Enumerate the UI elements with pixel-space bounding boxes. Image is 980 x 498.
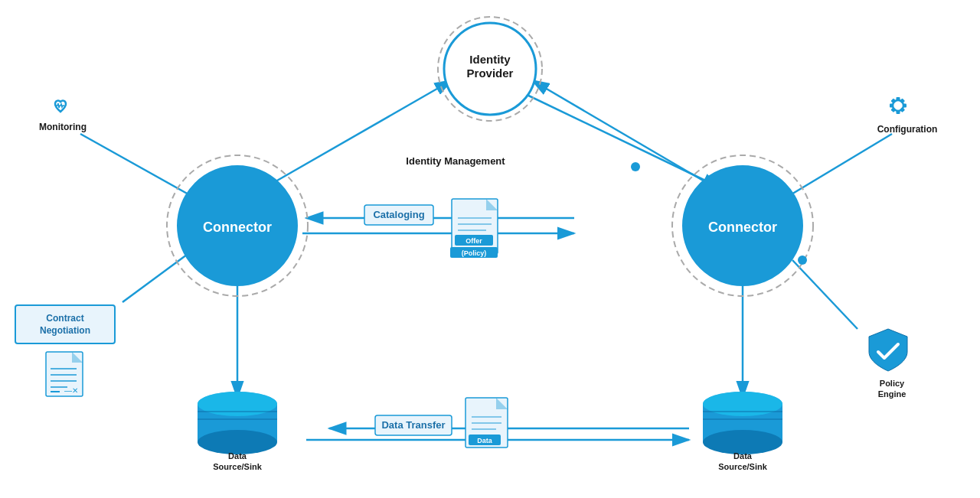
svg-line-5 <box>521 92 720 187</box>
svg-line-15 <box>792 260 858 329</box>
svg-rect-51 <box>897 110 900 114</box>
left-datasource-label2: Source/Sink <box>213 462 262 471</box>
svg-point-67 <box>798 256 807 265</box>
svg-text:—✕: —✕ <box>64 386 78 395</box>
svg-point-68 <box>631 162 640 171</box>
data-badge: Data <box>477 437 493 444</box>
svg-rect-58 <box>15 305 115 343</box>
right-connector-label: Connector <box>708 220 777 235</box>
svg-rect-57 <box>900 98 905 103</box>
monitoring-text: Monitoring <box>39 122 87 132</box>
svg-line-13 <box>122 252 190 302</box>
svg-rect-54 <box>890 98 896 103</box>
data-transfer-label: Data Transfer <box>381 419 445 431</box>
identity-provider-label2: Provider <box>467 67 514 80</box>
svg-rect-50 <box>897 97 900 101</box>
identity-management-label: Identity Management <box>406 155 505 167</box>
left-datasource-label: Data <box>228 451 247 461</box>
svg-rect-56 <box>890 107 896 112</box>
contract-negotiation-label: Contract <box>46 313 83 324</box>
cataloging-label: Cataloging <box>373 209 424 220</box>
configuration-icon <box>890 97 906 114</box>
configuration-text: Configuration <box>877 124 938 135</box>
right-datasource-label2: Source/Sink <box>718 462 767 471</box>
svg-line-14 <box>790 134 892 195</box>
monitoring-icon <box>55 101 66 112</box>
svg-rect-52 <box>890 104 893 108</box>
svg-rect-53 <box>903 104 906 108</box>
offer-badge: Offer <box>466 237 482 245</box>
svg-point-31 <box>703 392 782 416</box>
svg-line-4 <box>532 80 708 184</box>
policy-engine-label: Policy <box>880 379 905 388</box>
policy-badge: (Policy) <box>462 249 487 257</box>
svg-rect-55 <box>900 107 905 112</box>
svg-line-12 <box>80 134 190 195</box>
identity-provider-label: Identity <box>469 53 511 66</box>
architecture-diagram: Identity Provider Connector Connector Da… <box>0 0 980 498</box>
policy-engine-label2: Engine <box>878 389 906 399</box>
svg-line-3 <box>272 80 452 184</box>
svg-point-25 <box>198 392 277 416</box>
policy-engine-icon <box>869 329 907 371</box>
right-datasource-label: Data <box>733 451 753 461</box>
contract-negotiation-label2: Negotiation <box>40 325 90 336</box>
left-connector-label: Connector <box>203 220 272 235</box>
contract-doc-icon: —✕ <box>46 352 83 396</box>
